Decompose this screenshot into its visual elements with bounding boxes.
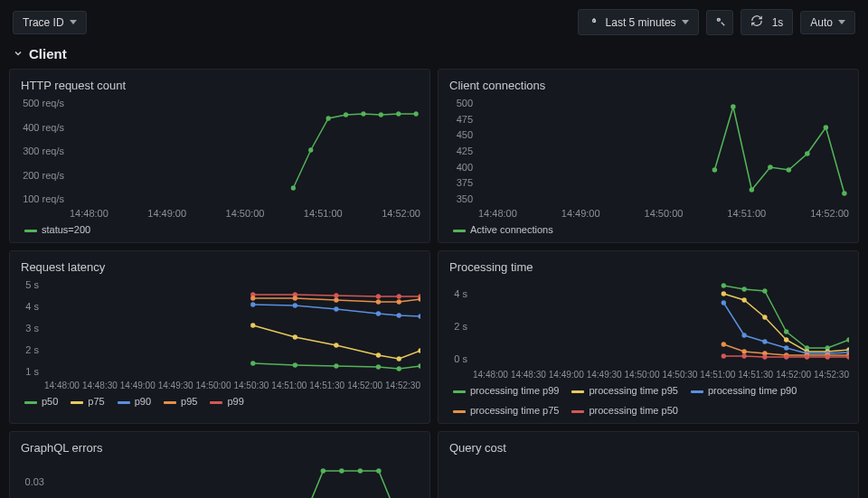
svg-point-81 (784, 354, 788, 359)
xtick: 14:48:00 (70, 208, 108, 219)
svg-point-22 (334, 293, 338, 297)
svg-point-28 (334, 297, 338, 302)
ytick: 350 (457, 193, 473, 204)
legend-item[interactable]: p90 (135, 396, 151, 407)
chart-plot[interactable] (44, 279, 420, 377)
ytick: 2 s (454, 321, 467, 332)
xtick: 14:50:00 (645, 208, 684, 219)
legend-item[interactable]: processing time p99 (470, 385, 559, 396)
svg-point-42 (397, 356, 401, 361)
panel-request-latency[interactable]: Request latency 5 s 4 s 3 s 2 s 1 s (9, 250, 430, 424)
svg-point-88 (321, 468, 326, 473)
panel-title: Processing time (449, 260, 849, 274)
legend-item[interactable]: processing time p90 (708, 385, 797, 396)
xtick: 14:50:30 (662, 370, 697, 380)
xtick: 14:52:30 (385, 381, 420, 390)
svg-point-6 (326, 116, 331, 120)
svg-point-5 (308, 147, 313, 152)
svg-point-57 (722, 291, 726, 296)
svg-point-18 (824, 125, 829, 129)
legend-item[interactable]: p50 (42, 396, 58, 407)
chart-plot[interactable] (50, 460, 420, 498)
xtick: 14:51:00 (271, 381, 307, 390)
chart-plot[interactable] (473, 279, 849, 366)
xtick: 14:48:30 (511, 370, 546, 380)
svg-point-9 (379, 112, 383, 117)
svg-point-66 (762, 339, 767, 343)
svg-point-50 (722, 283, 726, 287)
panel-title: HTTP request count (21, 79, 420, 92)
svg-point-14 (750, 187, 755, 192)
panel-graphql-errors[interactable]: GraphQL errors 0.03 0.02 (9, 431, 430, 498)
auto-dropdown[interactable]: Auto (800, 11, 855, 34)
svg-point-23 (376, 294, 381, 298)
legend: Active connections (449, 224, 849, 235)
xtick: 14:48:00 (44, 381, 80, 390)
svg-point-32 (250, 302, 255, 306)
svg-point-89 (339, 468, 344, 473)
ytick: 0 s (454, 353, 467, 364)
svg-point-48 (397, 366, 401, 371)
legend-item[interactable]: processing time p75 (470, 405, 559, 416)
time-range-picker[interactable]: Last 5 minutes (578, 9, 699, 35)
svg-point-64 (722, 300, 726, 305)
svg-point-13 (731, 104, 736, 108)
xtick: 14:52:00 (776, 370, 811, 380)
refresh-interval-label: 1s (772, 16, 784, 29)
xtick: 14:50:00 (625, 370, 660, 380)
svg-point-52 (762, 288, 767, 293)
section-header-client[interactable]: Client (0, 42, 868, 69)
trace-id-dropdown[interactable]: Trace ID (13, 11, 87, 34)
panel-client-connections[interactable]: Client connections 500 475 450 425 400 3… (438, 69, 859, 243)
svg-point-47 (376, 364, 381, 369)
ytick: 475 (457, 114, 473, 125)
panel-title: GraphQL errors (21, 441, 420, 455)
legend: status=200 (21, 224, 420, 235)
legend-item[interactable]: status=200 (42, 224, 90, 235)
legend-item[interactable]: p95 (181, 396, 197, 407)
svg-point-40 (334, 343, 338, 347)
svg-point-35 (376, 311, 381, 315)
svg-point-43 (418, 348, 420, 352)
ytick: 375 (457, 177, 473, 188)
svg-point-38 (250, 323, 255, 327)
svg-point-58 (741, 297, 746, 302)
svg-point-16 (787, 167, 792, 172)
refresh-icon (750, 14, 763, 30)
legend-item[interactable]: processing time p50 (589, 405, 677, 416)
svg-point-60 (784, 337, 788, 342)
svg-point-71 (722, 342, 726, 346)
svg-point-29 (376, 299, 381, 304)
legend-item[interactable]: p99 (227, 396, 243, 407)
xtick: 14:51:00 (304, 208, 343, 219)
svg-point-67 (784, 345, 788, 350)
refresh-control[interactable]: 1s (741, 9, 794, 35)
legend-item[interactable]: Active connections (470, 224, 553, 235)
panel-http-request-count[interactable]: HTTP request count 500 req/s 400 req/s 3… (9, 69, 430, 243)
svg-point-24 (397, 294, 401, 298)
zoom-out-button[interactable] (706, 10, 733, 35)
svg-point-79 (741, 353, 746, 358)
ytick: 1 s (25, 366, 39, 377)
xtick: 14:48:30 (82, 381, 118, 390)
legend-item[interactable]: processing time p95 (589, 385, 677, 396)
panel-processing-time[interactable]: Processing time 4 s 2 s 0 s (438, 250, 859, 424)
svg-point-33 (293, 303, 297, 307)
legend-item[interactable]: p75 (88, 396, 104, 407)
xtick: 14:51:00 (727, 208, 766, 219)
chart-plot[interactable] (478, 98, 849, 204)
ytick: 3 s (25, 323, 39, 334)
svg-point-19 (842, 191, 847, 195)
ytick: 100 req/s (23, 193, 64, 204)
time-range-label: Last 5 minutes (606, 16, 676, 29)
ytick: 425 (457, 146, 473, 156)
ytick: 400 (457, 162, 473, 173)
ytick: 450 (457, 129, 473, 140)
svg-point-10 (396, 111, 401, 116)
svg-line-2 (721, 23, 724, 26)
panel-query-cost[interactable]: Query cost (438, 431, 859, 498)
xtick: 14:48:00 (473, 370, 508, 380)
chart-plot[interactable] (70, 98, 420, 204)
xtick: 14:51:30 (309, 381, 344, 390)
auto-label: Auto (810, 16, 833, 29)
